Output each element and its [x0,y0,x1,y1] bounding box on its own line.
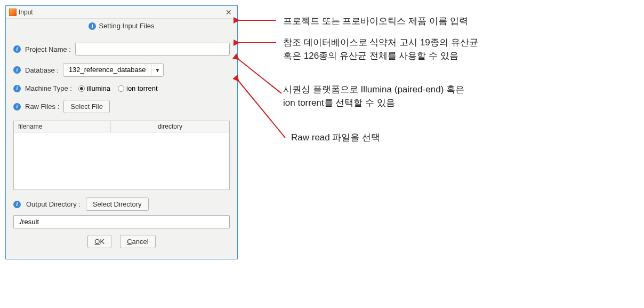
input-dialog: Input ✕ i Setting Input Files i Project … [5,5,238,259]
output-directory-label: Output Directory : [26,200,80,208]
cancel-button[interactable]: Cancel [120,235,155,248]
radio-illumina-label: illumina [87,84,110,92]
output-path-display[interactable]: ./result [13,215,230,228]
database-value: 132_reference_database [63,64,152,76]
annotation-area: 프로젝트 또는 프로바이오틱스 제품 이름 입력 참조 데이터베이스로 식약처 … [238,5,639,34]
radio-ion-torrent[interactable]: ion torrent [118,84,158,92]
select-directory-button[interactable]: Select Directory [86,198,149,211]
annotation-machine-type: 시퀀싱 플랫폼으로 Illumina (paired-end) 혹은 ion t… [283,83,464,109]
database-select[interactable]: 132_reference_database ▼ [63,63,164,77]
table-header-directory[interactable]: directory [111,121,229,132]
app-icon [9,9,17,16]
ok-button[interactable]: OK [87,235,111,248]
subtitle-text: Setting Input Files [99,22,154,30]
project-name-label: Project Name : [25,45,71,53]
info-icon: i [88,22,96,30]
close-icon[interactable]: ✕ [223,9,234,16]
arrow-icon [235,48,288,101]
table-header-filename[interactable]: filename [14,121,111,132]
annotation-text: 시퀀싱 플랫폼으로 Illumina (paired-end) 혹은 [283,83,464,97]
title-bar: Input ✕ [6,6,237,19]
svg-line-2 [238,59,281,93]
arrow-icon [235,15,283,26]
annotation-text: ion torrent를 선택할 수 있음 [283,97,464,110]
raw-files-row: i Raw Files : Select File [13,100,230,113]
radio-illumina[interactable]: illumina [78,84,110,92]
info-icon: i [13,85,21,92]
chevron-down-icon: ▼ [151,67,163,73]
output-directory-row: i Output Directory : Select Directory [13,198,230,211]
dialog-subtitle: i Setting Input Files [6,19,237,33]
radio-ion-torrent-label: ion torrent [126,84,158,92]
svg-line-3 [238,80,285,138]
annotation-database: 참조 데이터베이스로 식약처 고시 19종의 유산균 혹은 126종의 유산균 … [283,36,478,62]
project-name-input[interactable] [75,43,230,56]
annotation-raw-files: Raw read 파일을 선택 [291,131,380,145]
info-icon: i [13,45,21,53]
database-label: Database : [25,66,59,74]
annotation-text: 혹은 126종의 유산균 전체를 사용할 수 있음 [283,50,478,63]
machine-type-row: i Machine Type : illumina ion torrent [13,84,230,92]
annotation-text: 참조 데이터베이스로 식약처 고시 19종의 유산균 [283,36,478,50]
info-icon: i [13,103,21,110]
select-file-button[interactable]: Select File [63,100,110,113]
file-table: filename directory [13,121,230,190]
info-icon: i [13,66,21,74]
annotation-project-name: 프로젝트 또는 프로바이오틱스 제품 이름 입력 [283,15,468,28]
window-title: Input [19,9,33,16]
machine-type-label: Machine Type : [25,84,72,92]
raw-files-label: Raw Files : [25,102,59,110]
arrow-icon [235,37,283,48]
database-row: i Database : 132_reference_database ▼ [13,63,230,77]
info-icon: i [13,201,21,208]
project-name-row: i Project Name : [13,43,230,56]
